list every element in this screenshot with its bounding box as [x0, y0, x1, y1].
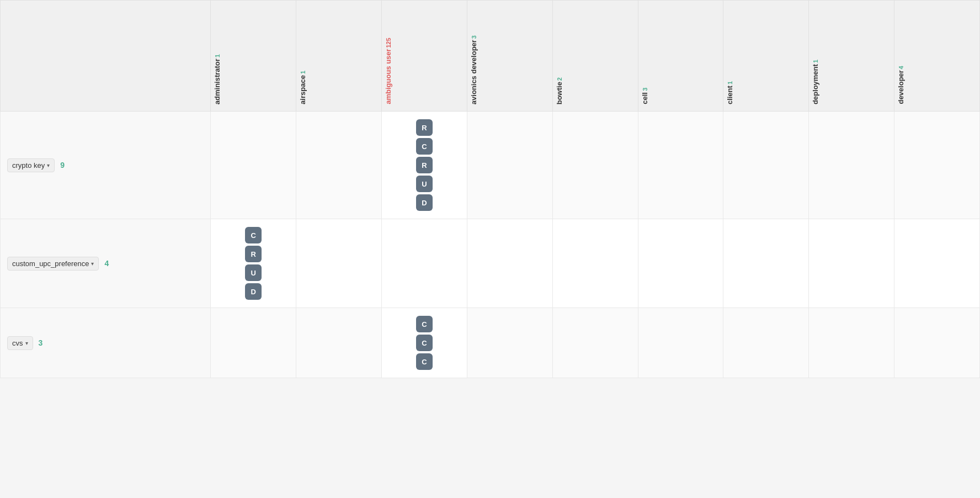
col-header-client: client 1: [723, 1, 809, 112]
cell-custom_upc_preference-airspace: [296, 219, 382, 308]
col-header-inner: administrator 1: [213, 5, 294, 104]
cell-crypto_key-cell: [638, 112, 723, 219]
cell-crypto_key-administrator: [211, 112, 296, 219]
col-label-administrator: administrator 1: [213, 54, 221, 104]
cell-cvs-administrator: [211, 308, 296, 378]
cell-crypto_key-client: [723, 112, 809, 219]
col-label-bowtie: bowtie 2: [555, 77, 563, 104]
col-count-avionics_developer: 3: [470, 35, 477, 39]
col-count-administrator: 1: [214, 54, 221, 57]
cell-custom_upc_preference-ambiguous_user: [381, 219, 467, 308]
row-label-wrapper: custom_upc_preference ▾4: [7, 257, 204, 271]
row-label-btn-crypto_key[interactable]: crypto key ▾: [7, 158, 55, 172]
col-count-bowtie: 2: [556, 77, 562, 81]
row-label-text: cvs: [12, 339, 23, 347]
col-count-cell: 3: [641, 88, 648, 91]
crud-badge-r: R: [416, 119, 433, 136]
cell-cvs-developer: [894, 308, 980, 378]
col-header-cell: cell 3: [638, 1, 723, 112]
crud-stack: CRUD: [215, 225, 291, 302]
col-count-developer: 4: [898, 66, 904, 69]
crud-badge-u: U: [416, 176, 433, 192]
cell-crypto_key-deployment: [809, 112, 894, 219]
col-header-inner: client 1: [726, 5, 806, 104]
row-label-cell-custom_upc_preference: custom_upc_preference ▾4: [1, 219, 211, 308]
col-header-inner: developer 4: [897, 5, 977, 104]
cell-crypto_key-airspace: [296, 112, 382, 219]
cell-custom_upc_preference-administrator: CRUD: [211, 219, 296, 308]
chevron-down-icon: ▾: [47, 162, 50, 168]
crud-badge-c: C: [416, 353, 433, 370]
row-label-cell-crypto_key: crypto key ▾9: [1, 112, 211, 219]
col-count-airspace: 1: [300, 71, 306, 74]
col-label-deployment: deployment 1: [811, 60, 819, 104]
corner-content: [9, 34, 201, 78]
cell-custom_upc_preference-developer: [894, 219, 980, 308]
crud-badge-d: D: [416, 194, 433, 211]
row-label-btn-custom_upc_preference[interactable]: custom_upc_preference ▾: [7, 257, 99, 271]
cell-cvs-cell: [638, 308, 723, 378]
row-label-text: custom_upc_preference: [12, 259, 89, 268]
cell-custom_upc_preference-cell: [638, 219, 723, 308]
cell-cvs-ambiguous_user: CCC: [381, 308, 467, 378]
col-header-inner: airspace 1: [299, 5, 379, 104]
row-label-wrapper: crypto key ▾9: [7, 158, 204, 172]
col-count-client: 1: [727, 81, 733, 84]
col-count-deployment: 1: [812, 60, 819, 63]
permissions-table: administrator 1airspace 1ambiguous user …: [0, 0, 980, 378]
col-header-avionics_developer: avionics developer 3: [467, 1, 552, 112]
cell-crypto_key-ambiguous_user: RCRUD: [381, 112, 467, 219]
col-label-client: client 1: [726, 81, 734, 104]
cell-custom_upc_preference-avionics_developer: [467, 219, 552, 308]
col-count-ambiguous_user: 125: [385, 38, 391, 47]
col-label-developer: developer 4: [897, 66, 905, 104]
cell-cvs-client: [723, 308, 809, 378]
row-label-text: crypto key: [12, 161, 45, 169]
crud-badge-d: D: [245, 283, 262, 300]
chevron-down-icon: ▾: [25, 340, 28, 346]
cell-cvs-deployment: [809, 308, 894, 378]
crud-badge-c: C: [416, 335, 433, 351]
corner-header: [1, 1, 211, 112]
col-label-avionics_developer: avionics developer 3: [470, 35, 478, 104]
row-count-crypto_key: 9: [60, 161, 65, 169]
header-row: administrator 1airspace 1ambiguous user …: [1, 1, 980, 112]
col-header-developer: developer 4: [894, 1, 980, 112]
permissions-table-wrapper: administrator 1airspace 1ambiguous user …: [0, 0, 980, 378]
col-header-inner: bowtie 2: [555, 5, 636, 104]
row-label-wrapper: cvs ▾3: [7, 336, 204, 350]
cell-custom_upc_preference-deployment: [809, 219, 894, 308]
crud-badge-r: R: [245, 246, 262, 262]
cell-crypto_key-bowtie: [552, 112, 638, 219]
crud-stack: CCC: [386, 314, 462, 372]
col-header-inner: deployment 1: [811, 5, 892, 104]
cell-cvs-bowtie: [552, 308, 638, 378]
col-label-airspace: airspace 1: [299, 71, 307, 104]
col-header-administrator: administrator 1: [211, 1, 296, 112]
table-row: custom_upc_preference ▾4CRUD: [1, 219, 980, 308]
crud-badge-c: C: [416, 138, 433, 155]
crud-stack: RCRUD: [386, 117, 462, 213]
cell-cvs-airspace: [296, 308, 382, 378]
crud-badge-u: U: [245, 264, 262, 281]
col-header-inner: ambiguous user 125: [384, 5, 465, 104]
col-header-deployment: deployment 1: [809, 1, 894, 112]
cell-custom_upc_preference-client: [723, 219, 809, 308]
cell-crypto_key-developer: [894, 112, 980, 219]
row-count-cvs: 3: [39, 338, 43, 347]
row-label-btn-cvs[interactable]: cvs ▾: [7, 336, 33, 350]
table-body: crypto key ▾9RCRUDcustom_upc_preference …: [1, 112, 980, 378]
col-header-inner: cell 3: [641, 5, 721, 104]
row-label-cell-cvs: cvs ▾3: [1, 308, 211, 378]
crud-badge-c: C: [245, 227, 262, 243]
col-header-ambiguous_user: ambiguous user 125: [381, 1, 467, 112]
cell-crypto_key-avionics_developer: [467, 112, 552, 219]
cell-custom_upc_preference-bowtie: [552, 219, 638, 308]
chevron-down-icon: ▾: [91, 261, 94, 267]
crud-badge-r: R: [416, 157, 433, 173]
col-label-cell: cell 3: [641, 88, 649, 104]
row-count-custom_upc_preference: 4: [104, 259, 109, 268]
cell-cvs-avionics_developer: [467, 308, 552, 378]
col-header-airspace: airspace 1: [296, 1, 382, 112]
crud-badge-c: C: [416, 316, 433, 332]
